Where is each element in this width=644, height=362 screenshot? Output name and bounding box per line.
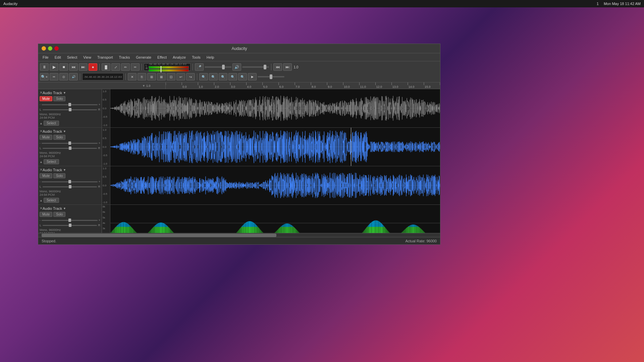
- datetime: Mon May 18 11:42 AM: [604, 2, 641, 6]
- track-3-solo-button[interactable]: Solo: [53, 173, 65, 178]
- track-2-gain-slider[interactable]: [42, 141, 98, 145]
- mic-button[interactable]: 🎤: [195, 63, 204, 71]
- undo-btn[interactable]: ↩: [176, 73, 185, 80]
- skip-start-button[interactable]: ⏮: [69, 63, 78, 71]
- fit-project-btn[interactable]: ◎: [59, 73, 68, 80]
- input-gain-slider[interactable]: [205, 66, 231, 68]
- fit-track-btn[interactable]: 🔊: [69, 73, 78, 80]
- menu-tracks[interactable]: Tracks: [116, 55, 133, 60]
- track-1-close[interactable]: ✕: [40, 90, 43, 95]
- track-4-solo-button[interactable]: Solo: [53, 212, 65, 217]
- menu-select[interactable]: Select: [64, 55, 80, 60]
- pause-button[interactable]: ⏸: [40, 63, 49, 71]
- track-3-pan-r: R: [98, 185, 101, 188]
- skip-end-button[interactable]: ⏭: [79, 63, 88, 71]
- track-1: ✕ Audio Track ▼ Mute Solo -: [38, 89, 440, 128]
- zoom-out-btn[interactable]: ⇔: [50, 73, 58, 80]
- prev-track[interactable]: ⏮: [273, 63, 282, 71]
- track-4-pan-slider[interactable]: [43, 223, 97, 227]
- vu-meter-top: LR -54 -48 -42 -36 -30 -24 -18 -12 -6 0: [144, 63, 191, 71]
- track-2-select-row: ▲ Select: [40, 159, 100, 164]
- track-2-dropdown[interactable]: ▼: [63, 130, 66, 133]
- menu-edit[interactable]: Edit: [52, 55, 64, 60]
- track-1-mute-button[interactable]: Mute: [40, 96, 52, 101]
- track-1-pan-l: L: [40, 108, 41, 111]
- ruler-arrow: ▼: [142, 84, 145, 87]
- zoom-normal[interactable]: 🔍: [209, 73, 218, 80]
- speaker-button[interactable]: 🔊: [232, 63, 241, 71]
- menu-bar: File Edit Select View Transport Tracks G…: [38, 53, 440, 61]
- menu-file[interactable]: File: [40, 55, 51, 60]
- play-button[interactable]: ▶: [50, 63, 58, 71]
- track-1-collapse[interactable]: ▲: [40, 122, 43, 125]
- track-2-select-button[interactable]: Select: [44, 159, 59, 164]
- menu-effect[interactable]: Effect: [155, 55, 169, 60]
- stop-button[interactable]: ■: [59, 63, 68, 71]
- play-speed-btn[interactable]: ▶: [248, 73, 257, 80]
- track-1-solo-button[interactable]: Solo: [53, 96, 65, 101]
- menu-transport[interactable]: Transport: [95, 55, 116, 60]
- menu-analyze[interactable]: Analyze: [170, 55, 189, 60]
- next-track[interactable]: ⏭: [283, 63, 292, 71]
- track-3-pan-slider[interactable]: [43, 185, 97, 189]
- h-scrollbar[interactable]: [38, 233, 440, 237]
- track-3-gain-slider[interactable]: [42, 180, 98, 184]
- track-2-collapse[interactable]: ▲: [40, 160, 43, 164]
- record-button[interactable]: ●: [89, 63, 97, 71]
- track-3-select-button[interactable]: Select: [44, 198, 59, 203]
- track-1-pan-slider[interactable]: [43, 108, 97, 112]
- track-4-gain-slider[interactable]: [42, 218, 98, 222]
- track-3-close[interactable]: ✕: [40, 168, 43, 172]
- zoom-in-btn[interactable]: 🔍+: [40, 73, 49, 80]
- track-2-solo-button[interactable]: Solo: [53, 135, 65, 140]
- track-1-dropdown[interactable]: ▼: [63, 91, 66, 95]
- play-speed-slider[interactable]: [258, 76, 284, 77]
- track-4-gain-row: - +: [40, 218, 100, 222]
- h-scrollbar-thumb[interactable]: [42, 234, 276, 237]
- track-3-dropdown[interactable]: ▼: [63, 168, 66, 172]
- track-4-mute-button[interactable]: Mute: [40, 212, 52, 217]
- copy-btn[interactable]: ⎘: [138, 73, 146, 80]
- trim-btn[interactable]: ⊠: [157, 73, 166, 80]
- menu-tools[interactable]: Tools: [189, 55, 203, 60]
- track-2-gain-plus: +: [99, 141, 100, 145]
- track-1-select-button[interactable]: Select: [44, 121, 59, 126]
- track-4-dropdown[interactable]: ▼: [63, 207, 66, 210]
- track-2-gain-label: -: [40, 141, 41, 145]
- draw-tool[interactable]: ✏: [121, 63, 130, 71]
- maximize-button[interactable]: [48, 46, 52, 51]
- paste-btn[interactable]: ⊞: [147, 73, 156, 80]
- minimize-button[interactable]: [42, 46, 46, 51]
- redo-btn[interactable]: ↪: [186, 73, 195, 80]
- track-2-close[interactable]: ✕: [40, 129, 43, 133]
- track-3: ✕ Audio Track ▼ Mute Solo -: [38, 166, 440, 205]
- toolbar-row-2: 🔍+ ⇔ ◎ 🔊 -54 -48 -42 -36 -30 -24 -18 -12…: [40, 72, 438, 81]
- track-2-mute-solo: Mute Solo: [40, 135, 100, 140]
- select-tool[interactable]: ▐▌: [102, 63, 110, 71]
- track-4-close[interactable]: ✕: [40, 206, 43, 210]
- track-3-gain-plus: +: [99, 180, 100, 183]
- window-controls[interactable]: [42, 46, 59, 51]
- track-3-collapse[interactable]: ▲: [40, 199, 43, 202]
- menu-generate[interactable]: Generate: [133, 55, 154, 60]
- menu-help[interactable]: Help: [204, 55, 217, 60]
- track-1-gain-slider[interactable]: [42, 103, 98, 107]
- silence-btn[interactable]: ⊡: [167, 73, 175, 80]
- envelope-tool[interactable]: ⤢: [111, 63, 120, 71]
- track-1-name-row: Audio Track ▼: [43, 91, 100, 95]
- zoom-out-2[interactable]: 🔍: [219, 73, 227, 80]
- track-3-mute-button[interactable]: Mute: [40, 173, 52, 178]
- toolbar-separator-5: [80, 73, 80, 80]
- close-button[interactable]: [54, 46, 59, 51]
- track-3-pan-row: L R: [40, 185, 100, 189]
- output-gain-slider[interactable]: [242, 66, 269, 68]
- track-2-mute-button[interactable]: Mute: [40, 135, 52, 140]
- zoom-in-2[interactable]: 🔍: [199, 73, 208, 80]
- track-1-info: Mono, 96000Hz24-bit PCM: [40, 113, 100, 119]
- track-2-pan-slider[interactable]: [43, 146, 97, 150]
- zoom-sel[interactable]: 🔍: [228, 73, 237, 80]
- zoom-tool[interactable]: ⇔: [131, 63, 140, 71]
- menu-view[interactable]: View: [80, 55, 94, 60]
- cut-btn[interactable]: ✕: [128, 73, 137, 80]
- zoom-fit[interactable]: 🔍: [238, 73, 247, 80]
